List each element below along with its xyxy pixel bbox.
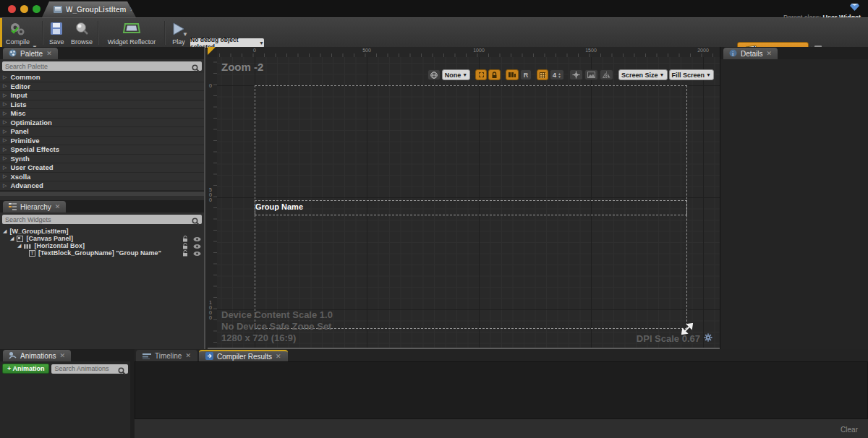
grid-snap-size-stepper[interactable]: 4 ▲▼ <box>550 69 564 80</box>
fill-screen-dropdown[interactable]: Fill Screen▼ <box>669 69 714 80</box>
hierarchy-tab[interactable]: Hierarchy ✕ <box>3 201 66 212</box>
widget-reflector-button[interactable]: Widget Reflector <box>103 20 160 46</box>
timeline-tab[interactable]: Timeline ✕ <box>136 350 197 361</box>
expander-icon[interactable]: ▷ <box>3 93 7 98</box>
compiler-results-tab-label: Compiler Results <box>217 353 272 361</box>
ruler-tick-label: 1 0 0 0 <box>209 300 212 320</box>
category-label: Editor <box>10 82 30 90</box>
expander-icon[interactable]: ◢ <box>10 236 14 241</box>
palette-category-synth[interactable]: ▷Synth <box>0 155 204 164</box>
macos-close-button[interactable] <box>8 5 16 13</box>
widget-reflector-label: Widget Reflector <box>108 38 156 46</box>
canvas-viewport[interactable]: Zoom -2 Group Name Device Content Scale … <box>217 57 720 348</box>
macos-zoom-button[interactable] <box>33 5 41 13</box>
expander-icon[interactable]: ▷ <box>3 155 7 161</box>
clear-log-button[interactable]: Clear <box>841 426 858 434</box>
browse-button[interactable]: Browse <box>71 20 93 46</box>
visibility-eye-icon[interactable] <box>193 246 201 259</box>
close-icon[interactable]: ✕ <box>276 353 281 360</box>
flip-preview-button[interactable] <box>600 69 613 80</box>
close-icon[interactable]: ✕ <box>185 353 191 359</box>
details-tab[interactable]: i Details ✕ <box>723 48 778 59</box>
add-animation-button[interactable]: + Animation <box>2 364 49 374</box>
expander-icon[interactable]: ▷ <box>3 165 7 171</box>
resolution-label: 1280 x 720 (16:9) <box>221 332 333 344</box>
compiler-results-tab[interactable]: Compiler Results ✕ <box>199 350 288 361</box>
timeline-icon <box>142 349 151 362</box>
show-outlines-toggle[interactable] <box>475 69 487 80</box>
palette-category-advanced[interactable]: ▷Advanced <box>0 181 204 191</box>
expander-icon[interactable]: ▷ <box>3 83 7 89</box>
horizontal-ruler: 0 500 1000 1500 2000 <box>217 47 720 57</box>
expander-icon[interactable]: ▷ <box>3 129 7 134</box>
category-label: User Created <box>10 163 53 171</box>
palette-category-panel[interactable]: ▷Panel <box>0 127 204 137</box>
grid-snap-toggle[interactable] <box>537 69 548 80</box>
lock-icon[interactable] <box>182 246 189 259</box>
expander-icon[interactable]: ▷ <box>3 173 7 179</box>
palette-category-input[interactable]: ▷Input <box>0 91 204 100</box>
palette-category-lists[interactable]: ▷Lists <box>0 100 204 110</box>
asset-tab[interactable]: W_GroupListItem ✕ <box>42 1 136 17</box>
hierarchy-panel: Hierarchy ✕ ◢ [W_GroupListItem] ◢ [Canva… <box>0 200 205 349</box>
expander-icon[interactable]: ▷ <box>3 74 7 80</box>
palette-category-special-effects[interactable]: ▷Special Effects <box>0 145 204 155</box>
dpi-scale: DPI Scale 0.67 <box>637 333 712 344</box>
expander-icon[interactable]: ▷ <box>3 111 7 116</box>
palette-category-primitive[interactable]: ▷Primitive <box>0 137 204 146</box>
expander-icon[interactable]: ▷ <box>3 119 7 125</box>
hierarchy-search-input[interactable] <box>5 215 190 224</box>
columns-icon <box>509 72 516 78</box>
expander-icon[interactable]: ▷ <box>3 137 7 143</box>
close-icon[interactable]: ✕ <box>129 7 135 13</box>
palette-tab[interactable]: Palette ✕ <box>3 48 58 59</box>
textblock-widget[interactable]: Group Name <box>255 202 303 211</box>
palette-category-optimization[interactable]: ▷Optimization <box>0 119 204 128</box>
animations-tab[interactable]: Animations ✕ <box>3 350 71 361</box>
palette-category-editor[interactable]: ▷Editor <box>0 82 204 92</box>
respect-locks-toggle[interactable] <box>506 69 519 80</box>
raw-edit-toggle[interactable]: R <box>520 69 532 80</box>
preview-none-dropdown[interactable]: None▼ <box>442 69 470 80</box>
expander-icon[interactable]: ◢ <box>17 243 21 249</box>
expander-icon[interactable]: ◢ <box>3 228 7 234</box>
close-icon[interactable]: ✕ <box>767 51 773 57</box>
tree-row-label: [TextBlock_GroupName] "Group Name" <box>38 249 161 257</box>
compiler-results-log[interactable] <box>135 361 868 419</box>
palette-category-misc[interactable]: ▷Misc <box>0 109 204 119</box>
palette-scrollbar[interactable] <box>0 191 204 196</box>
unreal-widget-blueprint-editor: W_GroupListItem ✕ Parent class: User Wid… <box>0 0 868 438</box>
tree-row-textblock[interactable]: T [TextBlock_GroupName] "Group Name" <box>0 249 204 257</box>
save-button[interactable]: Save <box>49 20 64 46</box>
compile-button[interactable]: Compile <box>6 20 30 46</box>
dpi-settings-gear-icon[interactable] <box>704 333 712 344</box>
ruler-tick-label: 1000 <box>473 48 485 53</box>
category-label: Misc <box>10 109 25 117</box>
localization-preview-button[interactable] <box>427 69 441 80</box>
palette-category-common[interactable]: ▷Common <box>0 73 204 82</box>
expander-icon[interactable]: ▷ <box>3 147 7 153</box>
palette-category-xsolla[interactable]: ▷Xsolla <box>0 173 204 182</box>
resize-handle-icon[interactable] <box>681 323 693 338</box>
palette-category-user-created[interactable]: ▷User Created <box>0 163 204 173</box>
play-options-caret-icon[interactable]: ▼ <box>182 31 188 38</box>
animations-icon <box>9 349 17 362</box>
expander-icon[interactable]: ▷ <box>3 183 7 189</box>
none-label: None <box>445 72 461 79</box>
screen-size-dropdown[interactable]: Screen Size▼ <box>618 69 667 80</box>
palette-search-input[interactable] <box>5 61 190 71</box>
designer-canvas[interactable]: 0 500 1000 1500 2000 0 5 0 0 1 0 0 0 Zoo… <box>208 47 720 349</box>
ruler-tick-label: 1500 <box>585 48 597 53</box>
close-icon[interactable]: ✕ <box>59 353 65 359</box>
toolbar-separator <box>98 21 99 45</box>
close-icon[interactable]: ✕ <box>55 204 61 210</box>
animations-search-input[interactable] <box>54 364 116 374</box>
tree-row-root[interactable]: ◢ [W_GroupListItem] <box>0 228 204 235</box>
translation-mode-button[interactable] <box>569 69 583 80</box>
horizontal-box-selection[interactable] <box>255 200 687 215</box>
macos-minimize-button[interactable] <box>20 5 28 13</box>
preview-background-button[interactable] <box>584 69 598 80</box>
expander-icon[interactable]: ▷ <box>3 101 7 107</box>
lock-widgets-toggle[interactable] <box>488 69 501 80</box>
close-icon[interactable]: ✕ <box>46 51 52 57</box>
